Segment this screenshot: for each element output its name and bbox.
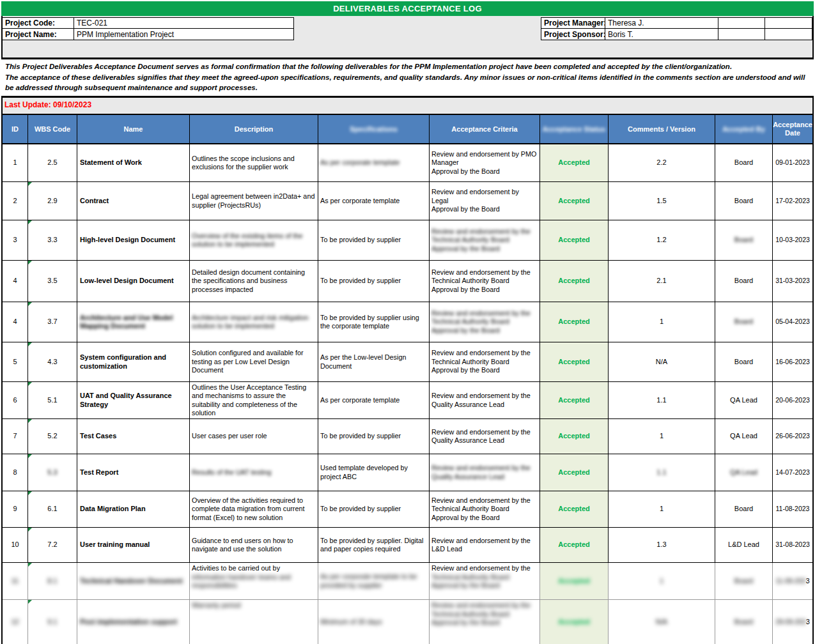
- cell-spec[interactable]: As per corporate template to be provided…: [318, 563, 430, 600]
- cell-id[interactable]: 10: [3, 528, 28, 563]
- cell-by[interactable]: Board: [715, 600, 773, 644]
- cell-by[interactable]: Board: [715, 491, 773, 528]
- cell-comments[interactable]: 1.2: [609, 220, 715, 261]
- cell-id[interactable]: 9: [3, 491, 28, 528]
- cell-name[interactable]: High-level Design Document: [77, 220, 190, 261]
- cell-status[interactable]: Accepted: [540, 563, 609, 600]
- cell-spec[interactable]: To be provided by supplier using the cor…: [318, 302, 430, 342]
- cell-name[interactable]: Test Report: [77, 454, 190, 491]
- cell-criteria[interactable]: Review and endorsement by the Technical …: [430, 302, 540, 342]
- cell-desc[interactable]: Architecture impact and risk mitigation …: [190, 302, 318, 342]
- cell-date[interactable]: 16-06-2023: [773, 342, 812, 382]
- cell-status[interactable]: Accepted: [540, 382, 609, 419]
- cell-wbs[interactable]: 4.3: [28, 342, 77, 382]
- cell-desc[interactable]: Outlines the scope inclusions and exclus…: [190, 144, 318, 182]
- cell-criteria[interactable]: Review and endorsement by the Quality As…: [430, 454, 540, 491]
- cell-spec[interactable]: As per corporate template: [318, 144, 430, 182]
- cell-criteria[interactable]: Review and endorsement by the L&D Lead: [430, 528, 540, 563]
- cell-comments[interactable]: 2.2: [609, 144, 715, 182]
- cell-by[interactable]: QA Lead: [715, 382, 773, 419]
- cell-by[interactable]: Board: [715, 220, 773, 261]
- cell-wbs[interactable]: 3.7: [28, 302, 77, 342]
- cell-name[interactable]: Contract: [77, 182, 190, 220]
- cell-comments[interactable]: 2.1: [609, 261, 715, 302]
- header-desc[interactable]: Description: [190, 115, 318, 143]
- project-manager-value[interactable]: Theresa J.: [605, 18, 718, 28]
- cell-id[interactable]: 8: [3, 454, 28, 491]
- cell-status[interactable]: Accepted: [540, 528, 609, 563]
- cell-id[interactable]: 3: [3, 220, 28, 261]
- cell-status[interactable]: Accepted: [540, 342, 609, 382]
- cell-comments[interactable]: N/A: [609, 342, 715, 382]
- cell-criteria[interactable]: Review and endorsement by the Quality As…: [430, 382, 540, 419]
- cell-wbs[interactable]: 3.5: [28, 261, 77, 302]
- cell-criteria[interactable]: Review and endorsement by theTechnical A…: [430, 563, 540, 600]
- cell-by[interactable]: L&D Lead: [715, 528, 773, 563]
- cell-date[interactable]: 31-03-2023: [773, 261, 812, 302]
- cell-wbs[interactable]: 5.1: [28, 382, 77, 419]
- cell-status[interactable]: Accepted: [540, 600, 609, 644]
- cell-wbs[interactable]: 2.9: [28, 182, 77, 220]
- header-criteria[interactable]: Acceptance Criteria: [430, 115, 540, 143]
- cell-id[interactable]: 12: [3, 600, 28, 644]
- cell-status[interactable]: Accepted: [540, 182, 609, 220]
- cell-criteria[interactable]: Review and endorsement by the Technical …: [430, 600, 540, 644]
- cell-desc[interactable]: Results of the UAT testing: [190, 454, 318, 491]
- cell-name[interactable]: Architecture and Use Model Mapping Docum…: [77, 302, 190, 342]
- cell-status[interactable]: Accepted: [540, 302, 609, 342]
- cell-spec[interactable]: Minimum of 30 days: [318, 600, 430, 644]
- cell-comments[interactable]: 1.1: [609, 382, 715, 419]
- cell-wbs[interactable]: 6.1: [28, 491, 77, 528]
- cell-criteria[interactable]: Review and endorsement by the Quality As…: [430, 419, 540, 454]
- empty-cell[interactable]: [718, 29, 765, 40]
- cell-by[interactable]: Board: [715, 144, 773, 182]
- cell-criteria[interactable]: Review and endorsement by Legal Approval…: [430, 182, 540, 220]
- cell-criteria[interactable]: Review and endorsement by PMO Manager Ap…: [430, 144, 540, 182]
- header-id[interactable]: ID: [3, 115, 28, 143]
- cell-spec[interactable]: To be provided by supplier: [318, 419, 430, 454]
- cell-wbs[interactable]: 3.3: [28, 220, 77, 261]
- cell-id[interactable]: 6: [3, 382, 28, 419]
- cell-wbs[interactable]: 9.1: [28, 600, 77, 644]
- cell-comments[interactable]: 1.5: [609, 182, 715, 220]
- cell-name[interactable]: System configuration and customization: [77, 342, 190, 382]
- cell-date[interactable]: 10-03-2023: [773, 220, 812, 261]
- cell-comments[interactable]: 1: [609, 302, 715, 342]
- cell-spec[interactable]: To be provided by supplier: [318, 491, 430, 528]
- cell-criteria[interactable]: Review and endorsement by the Technical …: [430, 261, 540, 302]
- cell-id[interactable]: 4: [3, 261, 28, 302]
- cell-criteria[interactable]: Review and endorsement by the Technical …: [430, 342, 540, 382]
- cell-by[interactable]: Board: [715, 182, 773, 220]
- cell-date[interactable]: 11-09-2023: [773, 563, 812, 600]
- cell-date[interactable]: 31-08-2023: [773, 528, 812, 563]
- empty-cell[interactable]: [765, 18, 812, 28]
- cell-date[interactable]: 09-01-2023: [773, 144, 812, 182]
- cell-status[interactable]: Accepted: [540, 261, 609, 302]
- cell-desc[interactable]: Solution configured and available for te…: [190, 342, 318, 382]
- empty-cell[interactable]: [765, 29, 812, 40]
- cell-id[interactable]: 2: [3, 182, 28, 220]
- cell-date[interactable]: 05-04-2023: [773, 302, 812, 342]
- cell-date[interactable]: 29-09-2023: [773, 600, 812, 644]
- cell-wbs[interactable]: 5.2: [28, 419, 77, 454]
- cell-by[interactable]: Board: [715, 261, 773, 302]
- cell-spec[interactable]: To be provided by supplier: [318, 261, 430, 302]
- cell-status[interactable]: Accepted: [540, 454, 609, 491]
- cell-criteria[interactable]: Review and endorsement by the Technical …: [430, 491, 540, 528]
- cell-by[interactable]: QA Lead: [715, 454, 773, 491]
- cell-spec[interactable]: Used template developed by project ABC: [318, 454, 430, 491]
- cell-desc[interactable]: Guidance to end users on how to navigate…: [190, 528, 318, 563]
- header-wbs[interactable]: WBS Code: [28, 115, 77, 143]
- cell-desc[interactable]: Outlines the User Acceptance Testing and…: [190, 382, 318, 419]
- cell-wbs[interactable]: 8.1: [28, 563, 77, 600]
- cell-date[interactable]: 20-06-2023: [773, 382, 812, 419]
- cell-status[interactable]: Accepted: [540, 419, 609, 454]
- cell-date[interactable]: 14-07-2023: [773, 454, 812, 491]
- cell-comments[interactable]: 1: [609, 563, 715, 600]
- cell-by[interactable]: Board: [715, 302, 773, 342]
- header-date[interactable]: Acceptance Date: [773, 115, 812, 143]
- cell-date[interactable]: 17-02-2023: [773, 182, 812, 220]
- cell-date[interactable]: 11-08-2023: [773, 491, 812, 528]
- cell-name[interactable]: UAT and Quality Assurance Strategy: [77, 382, 190, 419]
- cell-criteria[interactable]: Review and endorsement by the Technical …: [430, 220, 540, 261]
